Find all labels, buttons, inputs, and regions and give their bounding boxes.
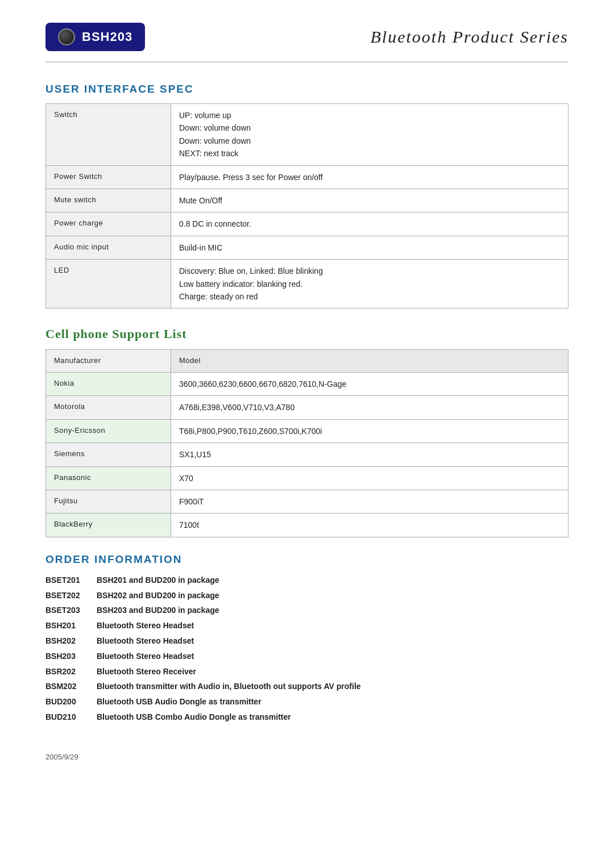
- logo-icon: [58, 28, 75, 45]
- ui-spec-value: Mute On/Off: [171, 189, 569, 212]
- ui-spec-value: Play/pause. Press 3 sec for Power on/off: [171, 165, 569, 189]
- order-item: BUD210Bluetooth USB Combo Audio Dongle a…: [45, 711, 569, 724]
- manufacturer-cell: BlackBerry: [46, 514, 171, 537]
- brand-title: Bluetooth Product Series: [371, 27, 569, 47]
- model-cell: A768i,E398,V600,V710,V3,A780: [171, 396, 569, 419]
- cell-phone-row: Nokia3600,3660,6230,6600,6670,6820,7610,…: [46, 373, 569, 396]
- model-cell: X70: [171, 466, 569, 490]
- cell-phone-row: BlackBerry7100t: [46, 514, 569, 537]
- order-list: BSET201BSH201 and BUD200 in packageBSET2…: [45, 574, 569, 724]
- ui-spec-row: Mute switchMute On/Off: [46, 189, 569, 212]
- manufacturer-cell: Nokia: [46, 373, 171, 396]
- ui-spec-value: Build-in MIC: [171, 236, 569, 259]
- footer: 2005/9/29: [45, 753, 569, 761]
- cell-phone-header-row: ManufacturerModel: [46, 350, 569, 373]
- logo-text: BSH203: [82, 30, 132, 44]
- ui-spec-label: Switch: [46, 104, 171, 166]
- cell-phone-heading: Cell phone Support List: [45, 327, 569, 341]
- ui-spec-table: SwitchUP: volume upDown: volume downDown…: [45, 103, 569, 308]
- ui-spec-label: Power charge: [46, 212, 171, 236]
- ui-spec-row: Audio mic inputBuild-in MIC: [46, 236, 569, 259]
- ui-spec-row: Power SwitchPlay/pause. Press 3 sec for …: [46, 165, 569, 189]
- cell-phone-col-header: Manufacturer: [46, 350, 171, 373]
- order-description: Bluetooth Stereo Headset: [97, 650, 194, 663]
- order-item: BSH201Bluetooth Stereo Headset: [45, 619, 569, 633]
- manufacturer-cell: Siemens: [46, 443, 171, 466]
- cell-phone-row: PanasonicX70: [46, 466, 569, 490]
- cell-phone-table: ManufacturerModelNokia3600,3660,6230,660…: [45, 349, 569, 537]
- order-item: BSET203BSH203 and BUD200 in package: [45, 604, 569, 617]
- page: BSH203 Bluetooth Product Series USER INT…: [0, 0, 614, 868]
- order-code: BSR202: [45, 665, 97, 679]
- manufacturer-cell: Panasonic: [46, 466, 171, 490]
- order-item: BUD200Bluetooth USB Audio Dongle as tran…: [45, 695, 569, 709]
- order-item: BSR202Bluetooth Stereo Receiver: [45, 665, 569, 679]
- cell-phone-row: SiemensSX1,U15: [46, 443, 569, 466]
- ui-spec-row: LEDDiscovery: Blue on, Linked: Blue blin…: [46, 260, 569, 308]
- ui-spec-row: SwitchUP: volume upDown: volume downDown…: [46, 104, 569, 166]
- order-code: BSH201: [45, 619, 97, 633]
- order-code: BUD200: [45, 695, 97, 709]
- order-item: BSM202Bluetooth transmitter with Audio i…: [45, 680, 569, 694]
- order-description: Bluetooth transmitter with Audio in, Blu…: [97, 680, 361, 694]
- order-heading: ORDER INFORMATION: [45, 553, 569, 566]
- order-code: BSH203: [45, 650, 97, 663]
- order-item: BSH202Bluetooth Stereo Headset: [45, 635, 569, 648]
- order-item: BSET202BSH202 and BUD200 in package: [45, 589, 569, 603]
- cell-phone-col-header: Model: [171, 350, 569, 373]
- ui-spec-label: LED: [46, 260, 171, 308]
- order-description: Bluetooth Stereo Receiver: [97, 665, 196, 679]
- ui-spec-label: Mute switch: [46, 189, 171, 212]
- cell-phone-row: Sony-EricssonT68i,P800,P900,T610,Z600,S7…: [46, 419, 569, 443]
- manufacturer-cell: Sony-Ericsson: [46, 419, 171, 443]
- order-description: BSH201 and BUD200 in package: [97, 574, 219, 587]
- order-description: Bluetooth USB Combo Audio Dongle as tran…: [97, 711, 291, 724]
- order-code: BSM202: [45, 680, 97, 694]
- ui-spec-heading: USER INTERFACE SPEC: [45, 83, 569, 95]
- model-cell: 3600,3660,6230,6600,6670,6820,7610,N-Gag…: [171, 373, 569, 396]
- logo-box: BSH203: [45, 23, 145, 51]
- order-description: Bluetooth USB Audio Dongle as transmitte…: [97, 695, 262, 709]
- order-code: BSH202: [45, 635, 97, 648]
- ui-spec-row: Power charge0.8 DC in connector.: [46, 212, 569, 236]
- ui-spec-value: UP: volume upDown: volume downDown: volu…: [171, 104, 569, 166]
- ui-spec-value: 0.8 DC in connector.: [171, 212, 569, 236]
- manufacturer-cell: Motorola: [46, 396, 171, 419]
- header: BSH203 Bluetooth Product Series: [45, 23, 569, 62]
- order-code: BSET202: [45, 589, 97, 603]
- order-item: BSET201BSH201 and BUD200 in package: [45, 574, 569, 587]
- order-description: BSH203 and BUD200 in package: [97, 604, 219, 617]
- order-code: BSET201: [45, 574, 97, 587]
- order-code: BSET203: [45, 604, 97, 617]
- order-code: BUD210: [45, 711, 97, 724]
- model-cell: SX1,U15: [171, 443, 569, 466]
- ui-spec-value: Discovery: Blue on, Linked: Blue blinkin…: [171, 260, 569, 308]
- model-cell: 7100t: [171, 514, 569, 537]
- footer-date: 2005/9/29: [45, 753, 78, 761]
- manufacturer-cell: Fujitsu: [46, 490, 171, 514]
- order-item: BSH203Bluetooth Stereo Headset: [45, 650, 569, 663]
- cell-phone-row: MotorolaA768i,E398,V600,V710,V3,A780: [46, 396, 569, 419]
- ui-spec-label: Audio mic input: [46, 236, 171, 259]
- model-cell: T68i,P800,P900,T610,Z600,S700i,K700i: [171, 419, 569, 443]
- cell-phone-row: FujitsuF900iT: [46, 490, 569, 514]
- ui-spec-label: Power Switch: [46, 165, 171, 189]
- order-description: Bluetooth Stereo Headset: [97, 635, 194, 648]
- order-description: Bluetooth Stereo Headset: [97, 619, 194, 633]
- model-cell: F900iT: [171, 490, 569, 514]
- order-description: BSH202 and BUD200 in package: [97, 589, 219, 603]
